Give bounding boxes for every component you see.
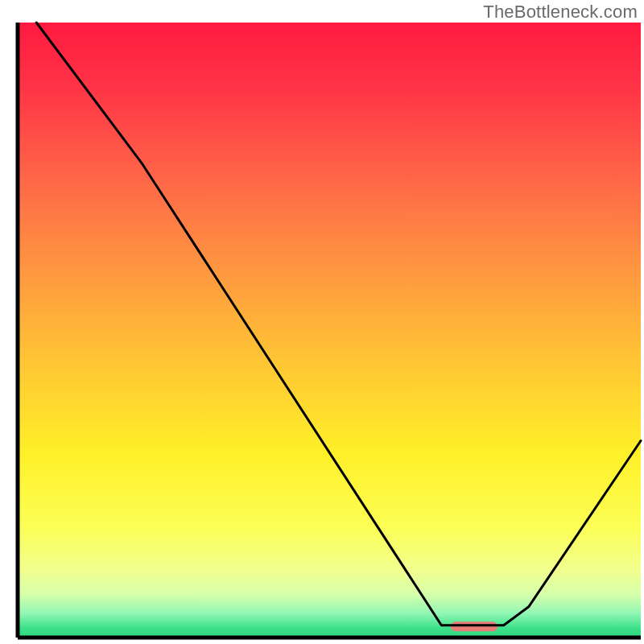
watermark-label: TheBottleneck.com <box>483 2 638 23</box>
optimum-marker <box>451 621 497 631</box>
chart-container: TheBottleneck.com <box>0 0 644 644</box>
chart-background <box>18 23 641 638</box>
bottleneck-chart <box>0 0 644 644</box>
